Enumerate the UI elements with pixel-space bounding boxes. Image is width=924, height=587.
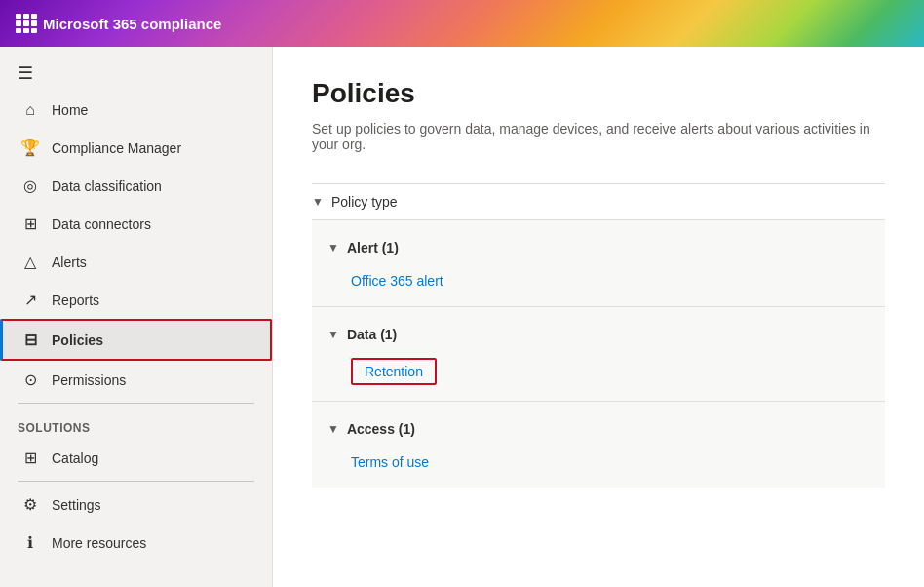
data-group-label: Data (1) — [347, 327, 397, 342]
data-classification-icon: ◎ — [20, 176, 40, 195]
alert-chevron: ▼ — [327, 241, 339, 254]
solutions-section-header: Solutions — [0, 408, 272, 439]
data-chevron: ▼ — [327, 328, 339, 341]
sidebar-divider — [18, 403, 254, 404]
permissions-icon: ⊙ — [20, 371, 40, 389]
policy-type-chevron: ▼ — [312, 195, 324, 209]
data-group: ▼ Data (1) Retention — [312, 306, 885, 401]
office365-alert-item[interactable]: Office 365 alert — [312, 265, 885, 296]
sidebar-item-permissions[interactable]: ⊙ Permissions — [0, 361, 272, 399]
access-group-label: Access (1) — [347, 421, 415, 437]
sidebar-item-policies-label: Policies — [52, 333, 103, 348]
sidebar-item-data-classification[interactable]: ◎ Data classification — [0, 167, 272, 205]
retention-item[interactable]: Retention — [351, 358, 437, 385]
sidebar-item-home[interactable]: ⌂ Home — [0, 92, 272, 129]
sidebar-item-reports-label: Reports — [52, 293, 99, 308]
access-chevron: ▼ — [327, 422, 339, 436]
sidebar-item-catalog[interactable]: ⊞ Catalog — [0, 439, 272, 477]
main-content: Policies Set up policies to govern data,… — [273, 47, 924, 587]
page-title: Policies — [312, 78, 885, 109]
app-launcher-icon[interactable] — [16, 14, 35, 33]
access-group-header[interactable]: ▼ Access (1) — [312, 411, 885, 447]
sidebar-item-data-connectors-label: Data connectors — [52, 216, 151, 232]
alerts-icon: △ — [20, 253, 40, 271]
sidebar-item-catalog-label: Catalog — [52, 450, 98, 466]
sidebar-item-alerts-label: Alerts — [52, 254, 87, 270]
sidebar-item-policies[interactable]: ⊟ Policies — [0, 319, 272, 361]
policy-type-header[interactable]: ▼ Policy type — [312, 183, 885, 219]
data-connectors-icon: ⊞ — [20, 215, 40, 233]
top-header: Microsoft 365 compliance — [0, 0, 924, 47]
settings-icon: ⚙ — [20, 495, 40, 514]
sidebar-item-compliance-manager-label: Compliance Manager — [52, 140, 181, 156]
catalog-icon: ⊞ — [20, 449, 40, 467]
sidebar-item-data-connectors[interactable]: ⊞ Data connectors — [0, 205, 272, 243]
compliance-manager-icon: 🏆 — [20, 138, 40, 157]
sidebar: ☰ ⌂ Home 🏆 Compliance Manager ◎ Data cla… — [0, 47, 273, 587]
sidebar-item-settings[interactable]: ⚙ Settings — [0, 486, 272, 524]
sidebar-item-permissions-label: Permissions — [52, 372, 126, 388]
sidebar-item-compliance-manager[interactable]: 🏆 Compliance Manager — [0, 129, 272, 167]
home-icon: ⌂ — [20, 101, 40, 119]
policy-type-label: Policy type — [331, 194, 398, 210]
alert-group: ▼ Alert (1) Office 365 alert — [312, 219, 885, 306]
alert-group-header[interactable]: ▼ Alert (1) — [312, 230, 885, 265]
app-title: Microsoft 365 compliance — [43, 16, 221, 32]
terms-of-use-item[interactable]: Terms of use — [312, 447, 885, 478]
policies-icon: ⊟ — [20, 331, 40, 349]
access-group: ▼ Access (1) Terms of use — [312, 401, 885, 488]
reports-icon: ↗ — [20, 291, 40, 309]
alert-group-label: Alert (1) — [347, 240, 399, 255]
sidebar-item-home-label: Home — [52, 102, 88, 118]
data-group-header[interactable]: ▼ Data (1) — [312, 317, 885, 352]
sidebar-item-reports[interactable]: ↗ Reports — [0, 281, 272, 319]
more-resources-icon: ℹ — [20, 533, 40, 552]
sidebar-item-settings-label: Settings — [52, 497, 101, 513]
sidebar-item-more-resources[interactable]: ℹ More resources — [0, 524, 272, 562]
hamburger-button[interactable]: ☰ — [0, 47, 272, 92]
page-description: Set up policies to govern data, manage d… — [312, 121, 877, 152]
sidebar-item-data-classification-label: Data classification — [52, 178, 162, 194]
sidebar-item-alerts[interactable]: △ Alerts — [0, 243, 272, 281]
sidebar-divider-2 — [18, 481, 254, 482]
sidebar-item-more-resources-label: More resources — [52, 535, 146, 551]
